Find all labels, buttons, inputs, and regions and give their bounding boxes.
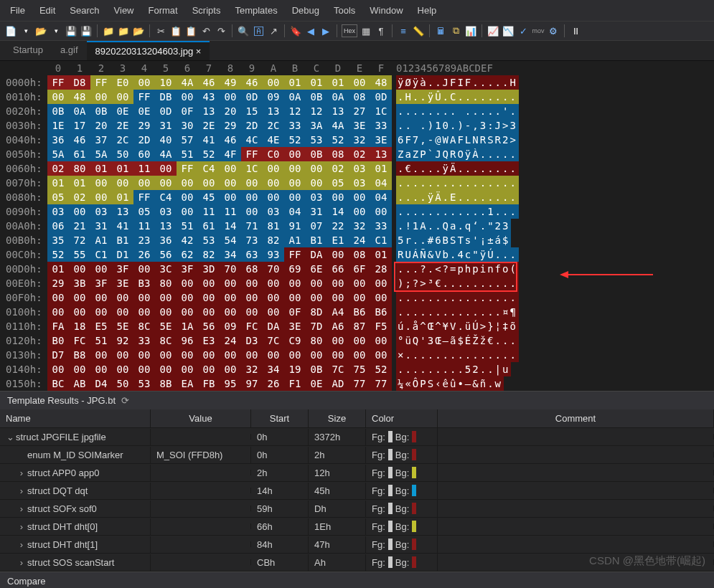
byte[interactable]: 00 xyxy=(306,276,327,290)
byte[interactable]: 2D xyxy=(241,118,263,133)
byte[interactable]: 96 xyxy=(177,333,198,348)
byte[interactable]: 0F xyxy=(284,305,306,319)
byte[interactable]: 08 xyxy=(349,247,370,262)
byte[interactable]: 00 xyxy=(370,348,392,362)
byte[interactable]: FF xyxy=(90,75,112,90)
byte[interactable]: 00 xyxy=(177,176,198,190)
byte[interactable]: E1 xyxy=(327,233,349,247)
byte[interactable]: 48 xyxy=(370,75,392,90)
byte[interactable]: 29 xyxy=(133,118,155,133)
byte[interactable]: 7C xyxy=(263,333,284,348)
byte[interactable]: 00 xyxy=(241,276,263,290)
byte[interactable]: 00 xyxy=(241,176,263,190)
byte[interactable]: C4 xyxy=(155,190,177,204)
calculator-icon[interactable]: 🖩 xyxy=(434,24,447,37)
new-file-icon[interactable]: 📄 xyxy=(4,24,17,37)
ascii[interactable]: .!1A..Qa.q‘."23 xyxy=(396,219,511,233)
byte[interactable]: 00 xyxy=(198,305,220,319)
byte[interactable]: D7 xyxy=(47,348,69,362)
byte[interactable]: 3E xyxy=(349,118,370,133)
byte[interactable]: 80 xyxy=(155,276,177,290)
byte[interactable]: 00 xyxy=(349,348,370,362)
template-icon[interactable]: ▦ xyxy=(360,24,372,37)
ascii[interactable]: ............1... xyxy=(396,204,519,219)
byte[interactable]: 46 xyxy=(241,75,263,90)
byte[interactable]: A1 xyxy=(284,233,306,247)
byte[interactable]: 00 xyxy=(198,348,220,362)
byte[interactable]: 71 xyxy=(241,219,263,233)
byte[interactable]: 5A xyxy=(47,147,69,161)
byte[interactable]: 01 xyxy=(47,176,69,190)
hex-row[interactable]: 0050h:5A615A50604A51524FFFC0000B080213Za… xyxy=(0,147,714,161)
align-icon[interactable]: ≡ xyxy=(397,24,410,37)
byte[interactable]: 27 xyxy=(349,104,370,118)
table-row[interactable]: ⌄struct JPGFILE jpgfile0h3372hFg: Bg: xyxy=(0,428,714,446)
byte[interactable]: 00 xyxy=(112,305,133,319)
byte[interactable]: 00 xyxy=(220,190,241,204)
byte[interactable]: 00 xyxy=(241,190,263,204)
byte[interactable]: 01 xyxy=(47,262,69,276)
byte[interactable]: 00 xyxy=(47,90,69,104)
byte[interactable]: 0B xyxy=(90,104,112,118)
hex-row[interactable]: 0090h:03000313050300111100030431140000..… xyxy=(0,204,714,219)
byte[interactable]: 14 xyxy=(220,219,241,233)
byte[interactable]: C9 xyxy=(284,333,306,348)
byte[interactable]: 20 xyxy=(90,118,112,133)
table-row[interactable]: enum M_ID SOIMarkerM_SOI (FFD8h)0h2hFg: … xyxy=(0,446,714,464)
byte[interactable]: 11 xyxy=(198,204,220,219)
chart-edit-icon[interactable]: 📉 xyxy=(502,24,515,37)
byte[interactable]: 00 xyxy=(155,348,177,362)
byte[interactable]: 00 xyxy=(370,290,392,305)
menu-scripts[interactable]: Scripts xyxy=(187,3,227,18)
byte[interactable]: 00 xyxy=(327,276,349,290)
byte[interactable]: 00 xyxy=(306,176,327,190)
byte[interactable]: 2D xyxy=(133,133,155,147)
byte[interactable]: 00 xyxy=(112,90,133,104)
byte[interactable]: 56 xyxy=(155,247,177,262)
table-row[interactable]: ›struct DQT dqt14h45hFg: Bg: xyxy=(0,482,714,500)
bookmark-next-icon[interactable]: ▶ xyxy=(319,24,332,37)
byte[interactable]: 00 xyxy=(155,305,177,319)
byte[interactable]: AB xyxy=(69,376,90,391)
byte[interactable]: 51 xyxy=(90,333,112,348)
dropdown-icon[interactable]: ▾ xyxy=(19,24,32,37)
byte[interactable]: 03 xyxy=(263,204,284,219)
byte[interactable]: 01 xyxy=(112,161,133,176)
byte[interactable]: 22 xyxy=(327,219,349,233)
ascii[interactable]: °üQ'3Œ–ã$ÉŽž€... xyxy=(396,333,519,348)
byte[interactable]: 52 xyxy=(47,247,69,262)
byte[interactable]: 00 xyxy=(177,305,198,319)
byte[interactable]: 13 xyxy=(155,219,177,233)
byte[interactable]: 53 xyxy=(198,233,220,247)
byte[interactable]: 09 xyxy=(220,319,241,333)
byte[interactable]: 00 xyxy=(69,305,90,319)
hex-row[interactable]: 0070h:01010000000000000000000000050304..… xyxy=(0,176,714,190)
byte[interactable]: 36 xyxy=(47,133,69,147)
byte[interactable]: B6 xyxy=(370,305,392,319)
byte[interactable]: 05 xyxy=(133,204,155,219)
byte[interactable]: 24 xyxy=(220,333,241,348)
byte[interactable]: 00 xyxy=(220,276,241,290)
byte[interactable]: D1 xyxy=(112,247,133,262)
histogram-icon[interactable]: 📊 xyxy=(464,24,477,37)
expand-icon[interactable]: › xyxy=(17,485,26,496)
copy-icon[interactable]: 📋 xyxy=(169,24,182,37)
byte[interactable]: 01 xyxy=(370,161,392,176)
ascii[interactable]: ....ÿÄ.E........ xyxy=(396,190,519,204)
byte[interactable]: 00 xyxy=(198,176,220,190)
byte[interactable]: 00 xyxy=(133,305,155,319)
byte[interactable]: 66 xyxy=(327,262,349,276)
byte[interactable]: 00 xyxy=(198,290,220,305)
byte[interactable]: DB xyxy=(155,90,177,104)
folder-open-icon[interactable]: 📂 xyxy=(132,24,145,37)
byte[interactable]: 00 xyxy=(306,290,327,305)
bookmark-icon[interactable]: 🔖 xyxy=(289,24,302,37)
byte[interactable]: 61 xyxy=(198,219,220,233)
byte[interactable]: 03 xyxy=(155,204,177,219)
byte[interactable]: 00 xyxy=(284,190,306,204)
byte[interactable]: 0B xyxy=(306,90,327,104)
hex-row[interactable]: 0020h:0B0A0B0E0E0D0F13201513121213271C..… xyxy=(0,104,714,118)
open-icon[interactable]: 📂 xyxy=(34,24,47,37)
byte[interactable]: 56 xyxy=(198,319,220,333)
ascii[interactable]: ú.å^Œ^¥V.üÚ>}¦‡õ xyxy=(396,319,519,333)
